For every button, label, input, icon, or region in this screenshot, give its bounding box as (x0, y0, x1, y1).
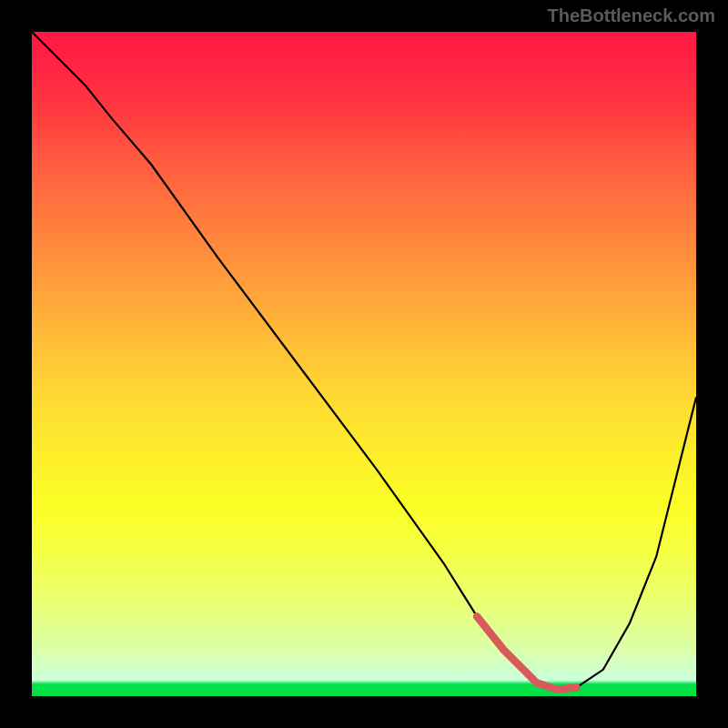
chart-highlight (477, 616, 577, 689)
chart-svg (32, 32, 696, 696)
chart-curve (32, 32, 696, 690)
chart-area (32, 32, 696, 696)
attribution-text: TheBottleneck.com (548, 5, 715, 26)
